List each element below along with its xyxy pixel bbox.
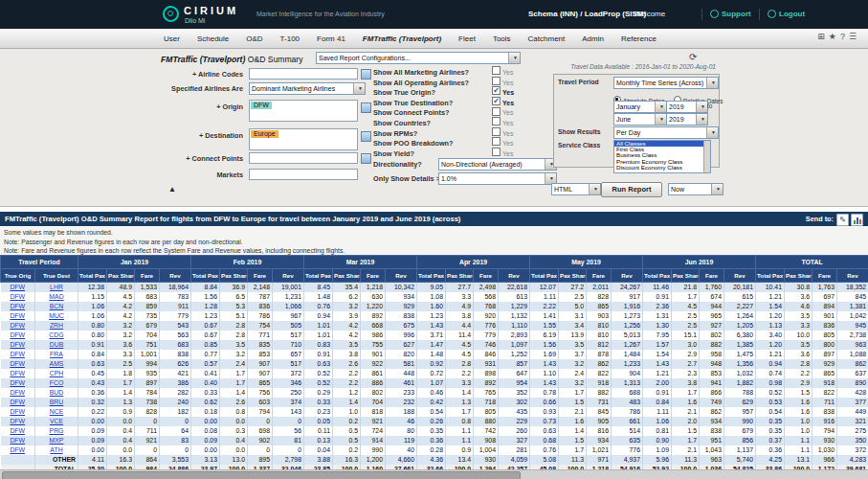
favorites-star-icon[interactable]: ★ xyxy=(829,32,840,41)
orig-link[interactable]: DFW xyxy=(10,370,25,376)
to-year-select[interactable]: 2019 xyxy=(666,113,708,125)
menu-item-t-100[interactable]: T-100 xyxy=(272,34,308,43)
from-month-select[interactable]: January xyxy=(613,101,667,113)
airline-lookup-icon[interactable] xyxy=(361,69,371,80)
checkbox[interactable] xyxy=(492,137,501,146)
menu-item-form-41[interactable]: Form 41 xyxy=(308,34,354,43)
service-class-list[interactable]: All ClassesFirst ClassBusiness ClassPrem… xyxy=(613,140,711,173)
travel-period-select[interactable]: Monthly Time Series (Across) xyxy=(613,77,719,89)
orig-link[interactable]: DFW xyxy=(10,293,25,300)
value-cell: 954 xyxy=(499,378,530,388)
dest-link[interactable]: CPH xyxy=(50,370,64,376)
origin-input[interactable]: DFW xyxy=(249,100,358,122)
orig-link[interactable]: DFW xyxy=(10,351,25,357)
value-cell: 657 xyxy=(273,350,304,359)
menu-item-fmtraffic-travelport-[interactable]: FMTraffic (Travelport) xyxy=(354,34,450,43)
hamburger-menu-icon[interactable]: ☰ xyxy=(849,32,860,41)
dest-link[interactable]: MXP xyxy=(50,437,64,444)
orig-link[interactable]: DFW xyxy=(10,399,25,405)
collapse-form-icon[interactable]: ▲ xyxy=(168,185,176,194)
checkbox[interactable] xyxy=(492,66,501,75)
checkbox[interactable]: ✔ xyxy=(492,97,501,105)
value-cell: 862 xyxy=(837,359,868,369)
only-show-details-select[interactable]: 1.0% xyxy=(438,172,557,185)
dest-link[interactable]: PRG xyxy=(50,427,64,434)
dest-link[interactable]: NCE xyxy=(50,408,64,415)
value-cell: 2.1 xyxy=(672,407,700,417)
menu-item-admin[interactable]: Admin xyxy=(573,34,612,43)
menu-item-fleet[interactable]: Fleet xyxy=(450,34,484,43)
dest-link[interactable]: DUB xyxy=(50,341,64,348)
show-results-select[interactable]: Per Day xyxy=(613,126,719,139)
scrollbar-thumb[interactable] xyxy=(2,471,521,479)
value-cell: 898 xyxy=(474,369,499,378)
logout-link[interactable]: Logout xyxy=(768,10,805,18)
export-chart-icon[interactable] xyxy=(851,214,863,226)
markets-input[interactable] xyxy=(249,169,358,180)
to-month-select[interactable]: June xyxy=(613,113,667,125)
dest-link[interactable]: BUD xyxy=(50,389,64,396)
checkbox[interactable] xyxy=(492,107,501,116)
orig-link[interactable]: DFW xyxy=(10,418,25,424)
connect-points-lookup-icon[interactable] xyxy=(361,153,371,164)
apps-grid-icon[interactable]: ⊞ xyxy=(817,32,829,41)
dest-link[interactable]: MUC xyxy=(49,312,64,319)
checkbox[interactable]: ✔ xyxy=(492,86,501,95)
destination-input[interactable]: Europe xyxy=(249,128,358,150)
orig-link[interactable]: DFW xyxy=(10,322,25,329)
orig-link[interactable]: DFW xyxy=(10,360,25,367)
dest-link[interactable]: BRU xyxy=(50,399,64,405)
value-cell: 461 xyxy=(386,378,417,388)
dest-link[interactable]: VCE xyxy=(50,418,63,424)
dest-link[interactable]: AMS xyxy=(50,360,64,367)
orig-link[interactable]: DFW xyxy=(10,303,25,309)
destination-lookup-icon[interactable] xyxy=(361,131,371,142)
menu-item-o-d[interactable]: O&D xyxy=(237,34,271,43)
dest-link[interactable]: FCO xyxy=(50,379,64,386)
menu-item-reference[interactable]: Reference xyxy=(612,34,665,43)
help-icon[interactable]: ? xyxy=(840,32,849,41)
from-year-select[interactable]: 2019 xyxy=(666,101,708,113)
menu-item-tools[interactable]: Tools xyxy=(484,34,520,43)
menu-item-catchment[interactable]: Catchment xyxy=(520,34,574,43)
checkbox[interactable] xyxy=(492,127,501,136)
origin-lookup-icon[interactable] xyxy=(361,103,371,113)
schema-selector[interactable]: Schema (INN) / LoadProp (SISM) xyxy=(528,10,646,18)
menu-item-schedule[interactable]: Schedule xyxy=(189,34,237,43)
orig-link[interactable]: DFW xyxy=(10,331,25,338)
dest-link[interactable]: MAD xyxy=(49,293,63,300)
refresh-icon[interactable]: ⟳ xyxy=(689,52,697,62)
horizontal-scrollbar[interactable] xyxy=(0,469,868,479)
orig-link[interactable]: DFW xyxy=(10,312,25,319)
dest-link[interactable]: FRA xyxy=(50,351,63,357)
output-format-select[interactable]: HTML xyxy=(551,183,601,195)
checkbox[interactable] xyxy=(492,77,501,85)
checkbox[interactable] xyxy=(492,117,501,125)
dest-link[interactable]: ATH xyxy=(50,446,62,453)
orig-link[interactable]: DFW xyxy=(10,446,25,453)
directionality-select[interactable]: Non-Directional (Averaged) xyxy=(438,158,557,171)
service-class-option[interactable]: Discount Economy Class xyxy=(614,165,710,171)
menu-item-user[interactable]: User xyxy=(155,34,189,43)
orig-link[interactable]: DFW xyxy=(10,284,25,290)
support-link[interactable]: Support xyxy=(710,10,751,18)
airline-codes-input[interactable] xyxy=(249,68,358,80)
dest-link[interactable]: ZRH xyxy=(50,322,63,329)
schedule-select[interactable]: Now xyxy=(668,183,723,195)
saved-report-configurations-select[interactable]: Saved Report Configurations... xyxy=(316,52,521,64)
value-cell: 374 xyxy=(273,398,304,407)
dest-link[interactable]: LHR xyxy=(50,284,63,290)
orig-link[interactable]: DFW xyxy=(10,427,25,434)
dest-link[interactable]: CDG xyxy=(49,331,63,338)
orig-link[interactable]: DFW xyxy=(10,389,25,396)
dest-link[interactable]: BCN xyxy=(50,303,64,309)
connect-points-input[interactable] xyxy=(249,152,358,164)
orig-link[interactable]: DFW xyxy=(10,379,25,386)
export-edit-icon[interactable]: ✎ xyxy=(836,214,849,226)
orig-link[interactable]: DFW xyxy=(10,408,25,415)
specified-airlines-select[interactable]: Dominant Marketing Airlines xyxy=(249,82,366,95)
orig-link[interactable]: DFW xyxy=(10,437,25,444)
checkbox[interactable] xyxy=(492,148,501,156)
run-report-button[interactable]: Run Report xyxy=(601,182,662,197)
orig-link[interactable]: DFW xyxy=(10,341,25,348)
